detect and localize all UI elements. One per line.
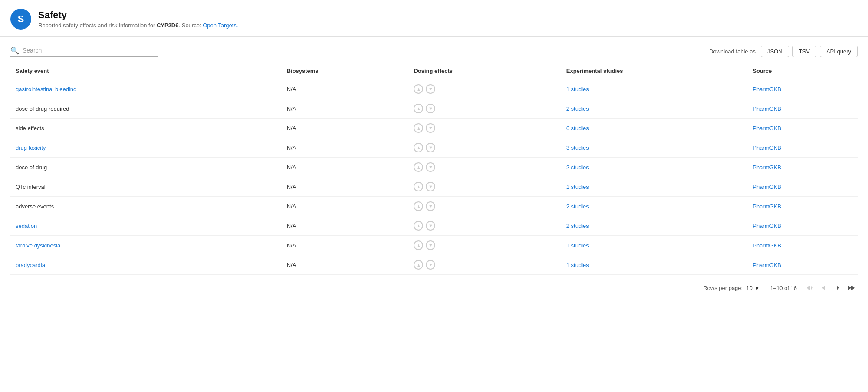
arrow-down-icon: ▼ [426, 162, 435, 172]
footer: Rows per page: 10 ▼ 1–10 of 16 [0, 275, 868, 301]
table-row: dose of drug requiredN/A ▲ ▼ 2 studiesPh… [10, 99, 858, 119]
source-link[interactable]: PharmGKB [753, 242, 781, 249]
dosing-effects: ▲ ▼ [408, 119, 561, 138]
source-link[interactable]: PharmGKB [753, 125, 781, 132]
event-text: side effects [10, 119, 282, 138]
source-link[interactable]: PharmGKB [753, 86, 781, 92]
arrow-up-icon: ▲ [414, 201, 423, 211]
source-link[interactable]: PharmGKB [753, 184, 781, 190]
dosing-effects: ▲ ▼ [408, 216, 561, 236]
source-link[interactable]: PharmGKB [753, 223, 781, 229]
biosystems-value: N/A [282, 255, 409, 275]
biosystems-value: N/A [282, 79, 409, 99]
arrow-up-icon: ▲ [414, 260, 423, 270]
arrow-up-icon: ▲ [414, 84, 423, 94]
download-section: Download table as JSON TSV API query [709, 46, 858, 57]
event-link[interactable]: drug toxicity [16, 145, 46, 151]
download-label: Download table as [709, 48, 756, 55]
arrow-up-icon: ▲ [414, 182, 423, 191]
svg-marker-2 [811, 286, 813, 290]
event-link[interactable]: tardive dyskinesia [16, 242, 60, 249]
source-link[interactable]: Open Targets. [203, 22, 238, 29]
svg-marker-3 [822, 286, 825, 290]
studies-link[interactable]: 2 studies [566, 223, 589, 229]
download-api-button[interactable]: API query [820, 46, 858, 57]
event-link[interactable]: sedation [16, 223, 37, 229]
svg-marker-7 [852, 286, 855, 290]
studies-link[interactable]: 1 studies [566, 242, 589, 249]
dosing-arrows: ▲ ▼ [414, 123, 556, 133]
source-link[interactable]: PharmGKB [753, 105, 781, 112]
studies-link[interactable]: 3 studies [566, 145, 589, 151]
biosystems-value: N/A [282, 138, 409, 158]
col-header-source: Source [747, 62, 858, 79]
studies-link[interactable]: 1 studies [566, 262, 589, 268]
studies-link[interactable]: 2 studies [566, 164, 589, 171]
table-row: adverse eventsN/A ▲ ▼ 2 studiesPharmGKB [10, 197, 858, 216]
arrow-up-icon: ▲ [414, 143, 423, 152]
col-header-biosystems: Biosystems [282, 62, 409, 79]
last-page-button[interactable] [845, 282, 858, 294]
event-link[interactable]: gastrointestinal bleeding [16, 86, 76, 92]
dosing-arrows: ▲ ▼ [414, 240, 556, 250]
biosystems-value: N/A [282, 177, 409, 197]
studies-link[interactable]: 1 studies [566, 86, 589, 92]
biosystems-value: N/A [282, 119, 409, 138]
page-description: Reported safety effects and risk informa… [38, 22, 238, 29]
avatar: S [10, 9, 31, 30]
event-text: dose of drug required [10, 99, 282, 119]
rows-per-page-chevron-icon: ▼ [754, 285, 760, 291]
col-header-dosing: Dosing effects [408, 62, 561, 79]
table-row: bradycardiaN/A ▲ ▼ 1 studiesPharmGKB [10, 255, 858, 275]
event-text: dose of drug [10, 158, 282, 177]
biosystems-value: N/A [282, 99, 409, 119]
dosing-effects: ▲ ▼ [408, 236, 561, 255]
arrow-up-icon: ▲ [414, 162, 423, 172]
source-link[interactable]: PharmGKB [753, 145, 781, 151]
biosystems-value: N/A [282, 197, 409, 216]
first-page-button[interactable] [804, 282, 816, 294]
dosing-arrows: ▲ ▼ [414, 201, 556, 211]
studies-link[interactable]: 6 studies [566, 125, 589, 132]
source-link[interactable]: PharmGKB [753, 164, 781, 171]
download-json-button[interactable]: JSON [761, 46, 789, 57]
table-header-row: Safety event Biosystems Dosing effects E… [10, 62, 858, 79]
header: S Safety Reported safety effects and ris… [0, 0, 868, 37]
next-page-button[interactable] [832, 282, 844, 294]
table-row: dose of drugN/A ▲ ▼ 2 studiesPharmGKB [10, 158, 858, 177]
source-link[interactable]: PharmGKB [753, 262, 781, 268]
table-row: gastrointestinal bleedingN/A ▲ ▼ 1 studi… [10, 79, 858, 99]
arrow-down-icon: ▼ [426, 123, 435, 133]
prev-page-button[interactable] [818, 282, 830, 294]
col-header-event: Safety event [10, 62, 282, 79]
arrow-down-icon: ▼ [426, 221, 435, 231]
page-title: Safety [38, 10, 238, 21]
pagination-controls [804, 282, 858, 294]
studies-link[interactable]: 1 studies [566, 184, 589, 190]
rows-per-page-label: Rows per page: [703, 285, 743, 291]
dosing-arrows: ▲ ▼ [414, 162, 556, 172]
dosing-effects: ▲ ▼ [408, 138, 561, 158]
dosing-arrows: ▲ ▼ [414, 143, 556, 152]
arrow-down-icon: ▼ [426, 201, 435, 211]
download-tsv-button[interactable]: TSV [792, 46, 816, 57]
col-header-experimental: Experimental studies [561, 62, 747, 79]
dosing-effects: ▲ ▼ [408, 79, 561, 99]
source-link[interactable]: PharmGKB [753, 203, 781, 210]
studies-link[interactable]: 2 studies [566, 105, 589, 112]
header-text: Safety Reported safety effects and risk … [38, 10, 238, 29]
svg-rect-1 [809, 286, 810, 290]
table-container: Safety event Biosystems Dosing effects E… [0, 62, 868, 275]
arrow-down-icon: ▼ [426, 84, 435, 94]
dosing-effects: ▲ ▼ [408, 197, 561, 216]
event-link[interactable]: bradycardia [16, 262, 45, 268]
search-input[interactable] [23, 47, 158, 54]
rows-per-page-select[interactable]: 10 ▼ [746, 285, 760, 291]
dosing-effects: ▲ ▼ [408, 99, 561, 119]
svg-marker-0 [807, 286, 809, 290]
pagination-info: 1–10 of 16 [770, 285, 797, 291]
search-container: 🔍 [10, 46, 158, 57]
studies-link[interactable]: 2 studies [566, 203, 589, 210]
arrow-down-icon: ▼ [426, 182, 435, 191]
table-row: tardive dyskinesiaN/A ▲ ▼ 1 studiesPharm… [10, 236, 858, 255]
